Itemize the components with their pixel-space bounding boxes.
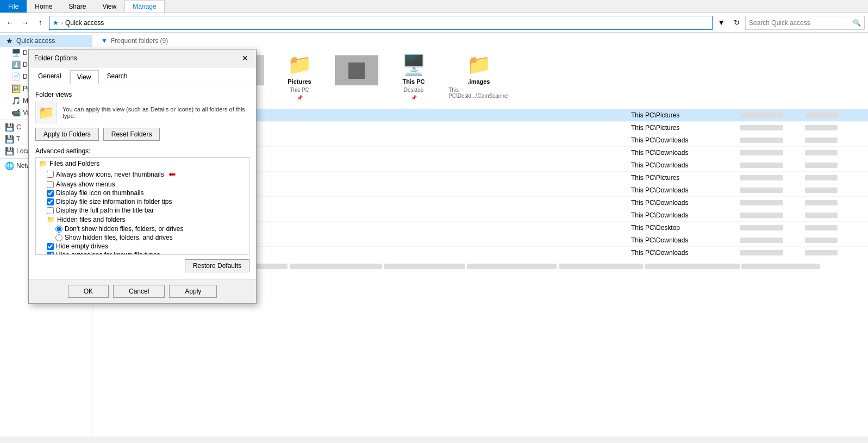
hidden-files-icon: 📁 (47, 216, 55, 223)
tree-item-always-show-icons[interactable]: Always show icons, never thumbnails ⬅ (36, 169, 249, 180)
dont-show-hidden-label: Don't show hidden files, folders, or dri… (65, 225, 183, 233)
always-show-icons-checkbox[interactable] (47, 171, 54, 178)
tree-item-display-full-path[interactable]: Display the full path in the title bar (36, 206, 249, 215)
tab-search[interactable]: Search (100, 70, 135, 84)
show-hidden-radio[interactable] (55, 234, 63, 241)
show-hidden-label: Show hidden files, folders, and drives (65, 234, 173, 241)
display-file-size-checkbox[interactable] (47, 198, 54, 205)
always-show-menus-checkbox[interactable] (47, 181, 54, 188)
dialog-close-button[interactable]: ✕ (240, 53, 251, 64)
tree-item-show-hidden[interactable]: Show hidden files, folders, and drives (36, 233, 249, 242)
tree-section-files-folders: 📁 Files and Folders (36, 159, 249, 169)
folder-views-desc: You can apply this view (such as Details… (63, 106, 249, 119)
folder-views-icon: 📁 (35, 102, 57, 123)
folder-options-dialog: Folder Options ✕ General View Search Fol… (28, 49, 257, 304)
reset-folders-button[interactable]: Reset Folders (103, 128, 160, 141)
dialog-tabs: General View Search (29, 67, 256, 84)
tree-item-hide-extensions[interactable]: Hide extensions for known file types (36, 251, 249, 255)
tab-general[interactable]: General (31, 70, 68, 84)
advanced-label: Advanced settings: (35, 147, 249, 155)
folder-views-buttons: Apply to Folders Reset Folders (35, 128, 249, 141)
restore-btn-area: Restore Defaults (35, 259, 249, 272)
ok-button[interactable]: OK (68, 285, 109, 298)
hide-empty-drives-label: Hide empty drives (56, 242, 108, 250)
folder-views-row: 📁 You can apply this view (such as Detai… (35, 102, 249, 123)
display-file-icon-label: Display file icon on thumbnails (56, 189, 143, 197)
tree-item-dont-show-hidden[interactable]: Don't show hidden files, folders, or dri… (36, 224, 249, 233)
tab-view[interactable]: View (70, 70, 99, 84)
hide-extensions-checkbox[interactable] (47, 252, 54, 255)
tree-item-display-file-icon[interactable]: Display file icon on thumbnails (36, 189, 249, 197)
dialog-footer: OK Cancel Apply (29, 279, 256, 303)
hide-extensions-label: Hide extensions for known file types (56, 251, 160, 255)
apply-button[interactable]: Apply (169, 285, 217, 298)
apply-to-folders-button[interactable]: Apply to Folders (35, 128, 99, 141)
cancel-button[interactable]: Cancel (113, 285, 165, 298)
settings-tree-inner: 📁 Files and Folders Always show icons, n… (36, 158, 249, 255)
display-file-size-label: Display file size information in folder … (56, 198, 172, 205)
always-show-menus-label: Always show menus (56, 180, 115, 188)
dialog-title: Folder Options (34, 54, 77, 62)
folder-views-label: Folder views (35, 91, 249, 98)
folder-views-section: Folder views 📁 You can apply this view (… (35, 91, 249, 141)
dialog-content: Folder views 📁 You can apply this view (… (29, 84, 256, 279)
always-show-icons-label: Always show icons, never thumbnails (56, 171, 164, 178)
display-file-icon-checkbox[interactable] (47, 190, 54, 197)
display-full-path-label: Display the full path in the title bar (56, 207, 154, 214)
display-full-path-checkbox[interactable] (47, 207, 54, 214)
tree-item-always-show-menus[interactable]: Always show menus (36, 180, 249, 189)
tree-section-hidden-files: 📁 Hidden files and folders (36, 215, 249, 224)
dialog-titlebar: Folder Options ✕ (29, 49, 256, 67)
files-folders-label: Files and Folders (49, 160, 99, 167)
folder-section-icon: 📁 (39, 160, 47, 167)
tree-item-display-file-size[interactable]: Display file size information in folder … (36, 197, 249, 206)
tree-item-hide-empty-drives[interactable]: Hide empty drives (36, 242, 249, 251)
settings-tree: 📁 Files and Folders Always show icons, n… (35, 157, 249, 255)
hidden-files-label: Hidden files and folders (57, 216, 125, 223)
dialog-overlay: Folder Options ✕ General View Search Fol… (0, 0, 868, 443)
restore-defaults-button[interactable]: Restore Defaults (185, 259, 249, 272)
hide-empty-drives-checkbox[interactable] (47, 243, 54, 250)
dont-show-hidden-radio[interactable] (55, 226, 63, 233)
arrow-indicator: ⬅ (168, 169, 176, 179)
